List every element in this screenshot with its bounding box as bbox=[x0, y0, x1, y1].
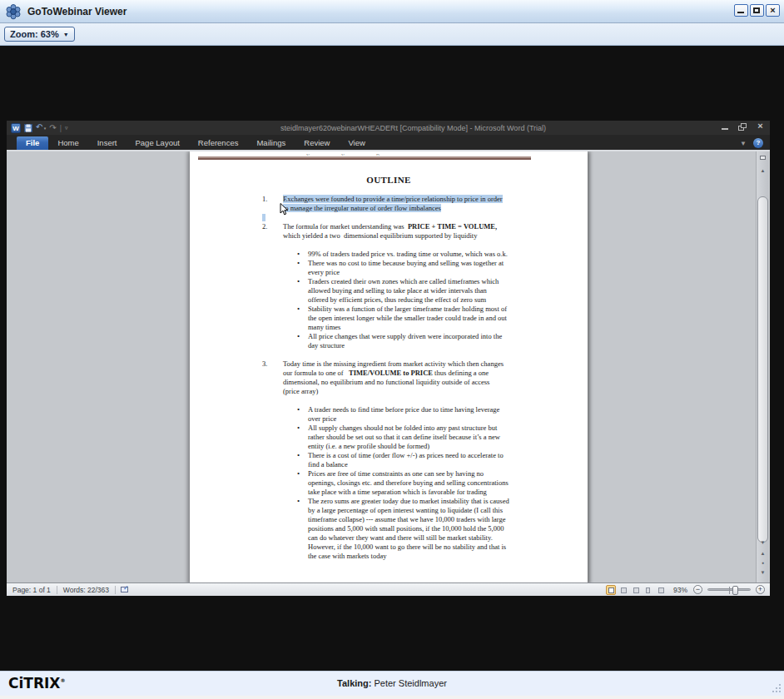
tab-review[interactable]: Review bbox=[295, 136, 339, 150]
word-close-button[interactable]: × bbox=[756, 123, 765, 131]
scroll-up-icon[interactable]: ▲ bbox=[757, 166, 768, 176]
document-text-line: the case with markets today bbox=[308, 552, 579, 561]
tab-file[interactable]: File bbox=[17, 136, 48, 150]
tab-references[interactable]: References bbox=[189, 136, 248, 150]
document-text-line: dimensional, no equilibrium and no funct… bbox=[283, 378, 579, 387]
bullet-item[interactable]: There was no cost to time because buying… bbox=[308, 259, 579, 277]
viewer-window-controls: × bbox=[734, 4, 780, 17]
bullet-item[interactable]: A trader needs to find time before price… bbox=[308, 405, 579, 424]
viewer-toolbar: Zoom: 63% ▼ bbox=[0, 23, 784, 46]
word-window-controls: × bbox=[721, 123, 765, 131]
maximize-button[interactable] bbox=[750, 4, 764, 17]
bullet-item[interactable]: All supply changes should not be folded … bbox=[308, 424, 579, 451]
word-titlebar: W ↶ ▾ ↷ | ▿ steidlmayer620webinarWHEADER… bbox=[7, 121, 770, 135]
help-icon[interactable]: ? bbox=[753, 138, 763, 148]
proofing-status-icon[interactable]: ✓ bbox=[121, 586, 130, 594]
document-text-line: entity (i.e. a new profile should be for… bbox=[308, 442, 579, 451]
document-page[interactable]: y y p OUTLINE 1.Exchanges were founded t… bbox=[190, 151, 588, 582]
bullet-item[interactable]: 99% of traders traded price vs. trading … bbox=[308, 250, 579, 259]
document-text-line: find a balance bbox=[308, 460, 579, 469]
viewer-zoom-label: Zoom: 63% bbox=[10, 29, 59, 39]
bullet-item[interactable]: There is a cost of time (order flow +/-)… bbox=[308, 451, 579, 469]
fullscreen-reading-view-button[interactable] bbox=[618, 585, 628, 595]
clipped-header-text: y y p bbox=[306, 151, 473, 156]
document-text-line: Stability was a function of the larger t… bbox=[308, 305, 579, 314]
minimize-button[interactable] bbox=[734, 4, 748, 17]
document-text-line: Exchanges were founded to provide a time… bbox=[283, 195, 579, 204]
outline-list: 1.Exchanges were founded to provide a ti… bbox=[190, 195, 588, 570]
document-text-line: over price bbox=[308, 414, 579, 424]
gotowebinar-viewer-window: GoToWebinar Viewer × Zoom: 63% ▼ W bbox=[0, 0, 784, 699]
document-text-line: All supply changes should not be folded … bbox=[308, 424, 579, 433]
document-text-line: timeframe collapse) --- assume that we h… bbox=[308, 515, 579, 524]
zoom-slider[interactable] bbox=[707, 588, 751, 591]
bullet-item[interactable]: Traders created their own zones which ar… bbox=[308, 277, 579, 305]
outline-item-number: 2. bbox=[262, 222, 267, 231]
document-text-line: our formula to one of TIME/VOLUME to PRI… bbox=[283, 369, 579, 378]
viewer-zoom-dropdown[interactable]: Zoom: 63% ▼ bbox=[4, 27, 75, 42]
ribbon-tab-bar: FileHomeInsertPage LayoutReferencesMaili… bbox=[7, 135, 770, 150]
tab-home[interactable]: Home bbox=[48, 136, 87, 150]
document-text-line: Traders created their own zones which ar… bbox=[308, 277, 579, 286]
document-text-line: However, if the 10,000 want to go there … bbox=[308, 543, 579, 552]
page-count-status[interactable]: Page: 1 of 1 bbox=[7, 586, 57, 594]
document-text-line: A trader needs to find time before price… bbox=[308, 405, 579, 414]
tab-insert[interactable]: Insert bbox=[88, 136, 127, 150]
document-text-line: The zero sums are greater today due to m… bbox=[308, 497, 579, 506]
mouse-cursor-icon bbox=[280, 203, 289, 216]
tab-page-layout[interactable]: Page Layout bbox=[126, 136, 188, 150]
ribbon-collapse-icon[interactable]: ▼ bbox=[740, 140, 747, 147]
bullet-item[interactable]: Stability was a function of the larger t… bbox=[308, 305, 579, 332]
document-text-line: There is a cost of time (order flow +/-)… bbox=[308, 451, 579, 460]
screen-share-stage: W ↶ ▾ ↷ | ▿ steidlmayer620webinarWHEADER… bbox=[0, 46, 784, 671]
zoom-level-status[interactable]: 93% bbox=[673, 586, 687, 594]
outline-item-text: The formula for market understanding was… bbox=[283, 222, 579, 240]
outline-item-text: Exchanges were founded to provide a time… bbox=[283, 195, 579, 213]
zoom-in-button[interactable]: + bbox=[756, 585, 765, 594]
resize-grip[interactable] bbox=[772, 684, 782, 693]
web-layout-view-button[interactable] bbox=[631, 585, 641, 595]
selected-empty-paragraph bbox=[190, 213, 588, 222]
bullet-group: A trader needs to find time before price… bbox=[190, 405, 588, 561]
document-text-line: (price array) bbox=[283, 387, 579, 396]
speaker-name: Peter Steidlmayer bbox=[371, 678, 446, 688]
zoom-slider-notch bbox=[729, 587, 730, 594]
vertical-scrollbar[interactable]: ▲ ▼ ▲ ● ▼ bbox=[756, 151, 768, 582]
gotowebinar-app-icon bbox=[5, 3, 22, 20]
bullet-item[interactable]: Prices are free of time constraints as o… bbox=[308, 469, 579, 497]
document-text-line: There was no cost to time because buying… bbox=[308, 259, 579, 268]
document-text-line: openings, closings etc. and therefore bu… bbox=[308, 478, 579, 488]
outline-item[interactable]: 3.Today time is the missing ingredient f… bbox=[190, 359, 588, 396]
tab-mailings[interactable]: Mailings bbox=[247, 136, 295, 150]
tab-view[interactable]: View bbox=[339, 136, 374, 150]
talking-status: Talking: Peter Steidlmayer bbox=[0, 678, 784, 688]
outline-view-button[interactable] bbox=[643, 585, 653, 595]
word-document-title: steidlmayer620webinarWHEADERt [Compatibi… bbox=[7, 124, 770, 132]
zoom-slider-thumb[interactable] bbox=[732, 586, 738, 595]
scroll-down-icon[interactable]: ▼ bbox=[757, 538, 768, 548]
view-ruler-button[interactable] bbox=[757, 153, 768, 163]
statusbar-separator bbox=[115, 586, 116, 594]
zoom-out-button[interactable]: − bbox=[693, 585, 702, 594]
close-button[interactable]: × bbox=[766, 4, 780, 17]
document-canvas: y y p OUTLINE 1.Exchanges were founded t… bbox=[7, 150, 770, 582]
bullet-item[interactable]: The zero sums are greater today due to m… bbox=[308, 497, 579, 561]
print-layout-view-button[interactable] bbox=[606, 585, 616, 595]
document-text-line: positions and 5,000 with small positions… bbox=[308, 524, 579, 533]
word-count-status[interactable]: Words: 22/363 bbox=[57, 586, 115, 594]
bullet-item[interactable]: All price changes that were supply drive… bbox=[308, 332, 579, 350]
outline-item-number: 1. bbox=[262, 195, 267, 204]
document-text-line: day structure bbox=[308, 341, 579, 350]
next-page-button[interactable]: ▼ bbox=[757, 568, 768, 578]
browse-object-button[interactable]: ● bbox=[757, 558, 768, 568]
outline-item[interactable]: 1.Exchanges were founded to provide a ti… bbox=[190, 195, 588, 213]
citrix-footer-bar: CiTRIX® Talking: Peter Steidlmayer bbox=[0, 671, 784, 696]
word-restore-button[interactable] bbox=[738, 123, 747, 131]
scrollbar-thumb[interactable] bbox=[757, 196, 768, 543]
document-text-line: many times bbox=[308, 323, 579, 332]
outline-item[interactable]: 2.The formula for market understanding w… bbox=[190, 222, 588, 240]
word-minimize-button[interactable] bbox=[721, 123, 730, 131]
word-statusbar: Page: 1 of 1 Words: 22/363 ✓ 93% − bbox=[7, 582, 770, 596]
draft-view-button[interactable] bbox=[656, 585, 666, 595]
document-text-line: allowed buying and selling to take place… bbox=[308, 286, 579, 295]
